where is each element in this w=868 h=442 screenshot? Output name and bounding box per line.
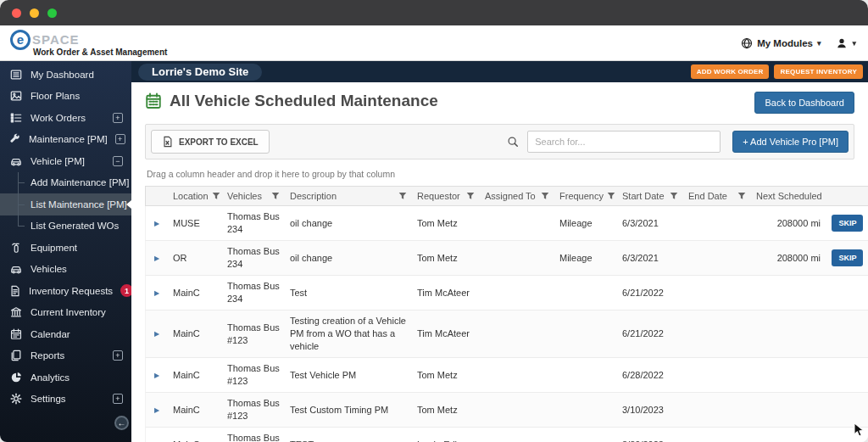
export-label: EXPORT TO EXCEL (179, 137, 259, 147)
skip-button[interactable]: SKIP (832, 249, 863, 266)
cell-requestor: Tom Metz (412, 213, 480, 234)
window-maximize-button[interactable] (47, 8, 57, 18)
column-header-frequency[interactable]: Frequency (554, 187, 617, 205)
row-expand-icon[interactable]: ▶ (146, 434, 168, 442)
sidebar-item-label: My Dashboard (31, 70, 94, 80)
filter-funnel-icon[interactable] (466, 192, 475, 200)
sidebar-item-calendar[interactable]: Calendar (0, 323, 131, 345)
sidebar-item-reports[interactable]: Reports+ (0, 345, 131, 367)
expander-icon[interactable]: + (113, 350, 123, 361)
column-header-start-date[interactable]: Start Date (617, 187, 683, 205)
expander-icon[interactable]: − (113, 156, 123, 166)
cell-frequency: Mileage (554, 248, 617, 269)
excel-icon (162, 136, 173, 148)
table-row[interactable]: ▶MainCThomas Bus #123Testing creation of… (145, 311, 868, 358)
cell-description: oil change (285, 213, 412, 234)
site-titlebar: Lorrie's Demo Site ADD WORK ORDER REQUES… (131, 61, 868, 82)
cell-vehicles: Thomas Bus 234 (222, 241, 285, 275)
add-work-order-button[interactable]: ADD WORK ORDER (691, 64, 770, 79)
column-label: Vehicles (227, 191, 262, 201)
back-to-dashboard-button[interactable]: Back to Dashboard (754, 92, 854, 114)
column-header-requestor[interactable]: Requestor (412, 187, 480, 205)
document-icon (9, 285, 21, 297)
sidebar-item-list-generated-wos[interactable]: List Generated WOs (0, 215, 131, 238)
skip-button[interactable]: SKIP (832, 215, 863, 232)
filter-funnel-icon[interactable] (271, 192, 280, 200)
cell-start-date: 3/10/2023 (617, 400, 683, 421)
filter-funnel-icon[interactable] (670, 192, 678, 200)
table-row[interactable]: ▶MainCThomas Bus 234TestTim McAteer6/21/… (145, 276, 868, 311)
filter-funnel-icon[interactable] (212, 192, 220, 200)
expander-icon[interactable]: + (113, 394, 123, 404)
column-header-assigned-to[interactable]: Assigned To (480, 187, 554, 205)
expander-icon[interactable]: + (115, 134, 125, 144)
sidebar-item-list-maintenance-pm[interactable]: List Maintenance [PM] (0, 193, 131, 215)
cell-description: oil change (285, 248, 412, 269)
wrench-icon (9, 133, 21, 145)
sidebar-item-current-inventory[interactable]: Current Inventory (0, 302, 131, 324)
table-row[interactable]: ▶MainCThomas Bus #123TESTLorrie Eriksen8… (145, 428, 868, 442)
add-vehicle-pm-button[interactable]: + Add Vehicle Pro [PM] (732, 131, 849, 153)
request-inventory-button[interactable]: REQUEST INVENTORY (774, 64, 863, 79)
column-header-description[interactable]: Description (285, 187, 412, 205)
column-header-location[interactable]: Location (168, 187, 222, 205)
row-expand-icon[interactable]: ▶ (146, 248, 168, 269)
row-expand-icon[interactable]: ▶ (146, 283, 168, 304)
cell-assigned-to (480, 288, 554, 297)
table-row[interactable]: ▶MUSEThomas Bus 234oil changeTom MetzMil… (145, 206, 868, 241)
grid-header-expander (146, 187, 168, 205)
table-row[interactable]: ▶MainCThomas Bus #123Test Vehicle PMTom … (145, 358, 868, 393)
export-to-excel-button[interactable]: EXPORT TO EXCEL (151, 130, 270, 154)
expander-icon[interactable]: + (113, 113, 123, 123)
group-drop-hint: Drag a column header and drop it here to… (147, 169, 854, 179)
sidebar-item-maintenance-pm[interactable]: Maintenance [PM]+ (0, 129, 131, 151)
search-input[interactable] (527, 131, 721, 153)
column-header-end-date[interactable]: End Date (683, 187, 751, 205)
row-actions: COPY (826, 322, 868, 347)
sidebar-item-settings[interactable]: Settings+ (0, 389, 131, 411)
cell-start-date: 6/21/2022 (617, 323, 683, 344)
search-icon[interactable] (498, 136, 527, 148)
row-expand-icon[interactable]: ▶ (146, 365, 168, 386)
cell-location: MainC (168, 365, 222, 386)
filter-funnel-icon[interactable] (398, 192, 407, 200)
sidebar-item-label: List Generated WOs (31, 221, 119, 231)
row-actions: COPY (826, 280, 868, 305)
row-actions: COPY (826, 432, 868, 442)
sidebar-item-label: Add Maintenance [PM] (31, 177, 129, 187)
filter-funnel-icon[interactable] (737, 192, 746, 200)
table-row[interactable]: ▶ORThomas Bus 234oil changeTom MetzMilea… (145, 241, 868, 276)
row-expand-icon[interactable]: ▶ (146, 400, 168, 421)
sidebar-item-vehicles[interactable]: Vehicles (0, 259, 131, 281)
filter-funnel-icon[interactable] (541, 192, 549, 200)
sidebar-item-inventory-requests[interactable]: Inventory Requests1 (0, 280, 131, 302)
sidebar-item-my-dashboard[interactable]: My Dashboard (0, 64, 131, 86)
window-minimize-button[interactable] (30, 8, 39, 18)
user-menu[interactable]: ▾ (836, 37, 856, 49)
cell-start-date: 6/3/2021 (617, 248, 683, 269)
cell-frequency (554, 371, 617, 379)
sidebar-item-equipment[interactable]: Equipment (0, 237, 131, 259)
row-expand-icon[interactable]: ▶ (146, 213, 168, 234)
column-header-vehicles[interactable]: Vehicles (222, 187, 285, 205)
car-icon (9, 263, 23, 275)
filter-funnel-icon[interactable] (607, 192, 615, 200)
sidebar-collapse-button[interactable]: ← (114, 416, 129, 430)
sidebar-item-work-orders[interactable]: Work Orders+ (0, 107, 131, 129)
cell-assigned-to (480, 254, 554, 262)
work-orders-icon (9, 112, 23, 124)
sidebar-item-vehicle-pm[interactable]: Vehicle [PM]− (0, 150, 131, 172)
cell-end-date (683, 330, 751, 338)
cell-vehicles: Thomas Bus #123 (222, 393, 285, 427)
sidebar-item-label: Equipment (31, 243, 77, 253)
window-close-button[interactable] (12, 8, 21, 18)
row-expand-icon[interactable]: ▶ (146, 323, 168, 344)
table-row[interactable]: ▶MainCThomas Bus #123Test Custom Timing … (145, 393, 868, 428)
my-modules-menu[interactable]: My Modules ▾ (741, 37, 821, 49)
sidebar-item-floor-plans[interactable]: Floor Plans (0, 86, 131, 108)
page-content: All Vehicle Scheduled Maintenance Back t… (131, 82, 868, 442)
column-header-next-scheduled[interactable]: Next Scheduled (751, 187, 826, 205)
sidebar-item-add-maintenance-pm[interactable]: Add Maintenance [PM] (0, 172, 131, 194)
sidebar: My DashboardFloor PlansWork Orders+Maint… (0, 61, 131, 442)
sidebar-item-analytics[interactable]: Analytics (0, 366, 131, 389)
